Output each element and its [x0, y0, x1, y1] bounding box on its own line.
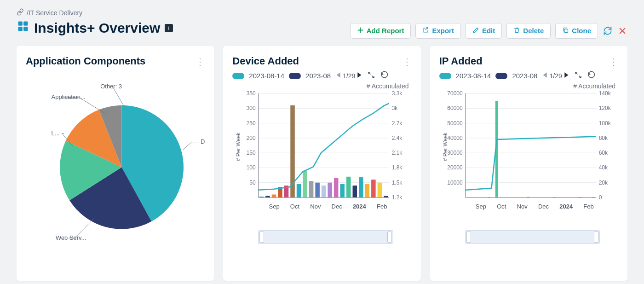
svg-text:1.2k: 1.2k [392, 194, 403, 201]
svg-text:140k: 140k [598, 90, 611, 97]
svg-text:20000: 20000 [447, 164, 463, 171]
svg-text:3k: 3k [392, 105, 398, 111]
svg-rect-48 [353, 185, 357, 197]
accumulated-label: # Accumulated [439, 82, 615, 90]
svg-text:70000: 70000 [447, 90, 463, 97]
svg-rect-42 [316, 183, 320, 197]
close-icon[interactable] [617, 26, 627, 36]
svg-text:40k: 40k [598, 164, 608, 171]
svg-text:0: 0 [598, 194, 602, 201]
legend-label: 2023-08-14 [456, 72, 491, 80]
page-title: Insights+ Overview i [17, 20, 173, 36]
card-menu-icon[interactable]: ⋮ [196, 56, 205, 67]
svg-text:3.3k: 3.3k [392, 90, 403, 97]
range-scrollbar[interactable] [465, 230, 600, 244]
card-menu-icon[interactable]: ⋮ [609, 56, 618, 67]
svg-text:40000: 40000 [447, 135, 463, 141]
expand-icon[interactable] [367, 71, 375, 81]
svg-text:50: 50 [250, 180, 256, 186]
pager-text: 1/29 [343, 72, 355, 80]
svg-text:# Per Week: # Per Week [442, 132, 448, 161]
svg-text:1.8k: 1.8k [392, 164, 403, 171]
next-icon[interactable] [357, 72, 362, 80]
svg-text:# Per Week: # Per Week [235, 132, 242, 161]
svg-rect-0 [18, 22, 23, 26]
legend-swatch [439, 73, 451, 79]
svg-text:10000: 10000 [447, 180, 463, 186]
svg-rect-49 [359, 177, 363, 197]
ip-chart: 10000200003000040000500006000070000020k4… [439, 92, 618, 202]
svg-text:250: 250 [247, 120, 256, 127]
svg-rect-46 [340, 184, 345, 197]
svg-rect-47 [346, 177, 351, 197]
edit-button[interactable]: Edit [466, 23, 502, 39]
next-icon[interactable] [564, 72, 569, 80]
action-bar: Add Report Export Edit Delete Clone [350, 23, 627, 39]
legend-swatch [289, 73, 301, 79]
export-button[interactable]: Export [415, 23, 461, 39]
svg-text:2.7k: 2.7k [392, 120, 403, 127]
legend-row: 2023-08-14 2023-08 1/29 [439, 71, 618, 81]
svg-text:D: D [201, 138, 205, 145]
svg-text:150: 150 [247, 150, 256, 156]
svg-text:30000: 30000 [447, 150, 463, 156]
svg-rect-2 [18, 27, 23, 31]
breadcrumb[interactable]: /IT Service Delivery [17, 8, 627, 17]
svg-rect-40 [303, 171, 308, 197]
x-axis-labels: SepOctNovDec2024Feb [465, 203, 604, 210]
svg-rect-51 [371, 180, 376, 197]
svg-rect-41 [309, 181, 314, 197]
refresh-icon[interactable] [603, 26, 613, 36]
card-ip-added: IP Added ⋮ 2023-08-14 2023-08 1/29 # Acc… [430, 46, 627, 281]
svg-text:100: 100 [247, 164, 256, 171]
legend-label: 2023-08 [305, 72, 331, 80]
svg-rect-39 [297, 184, 301, 197]
card-application-components: Application Components ⋮ Other: 3Applica… [17, 46, 214, 281]
svg-rect-44 [328, 183, 333, 197]
svg-rect-3 [23, 27, 28, 31]
link-icon [17, 8, 24, 17]
reset-icon[interactable] [380, 71, 388, 81]
card-device-added: Device Added ⋮ 2023-08-14 2023-08 1/29 #… [223, 46, 420, 281]
clone-button[interactable]: Clone [555, 23, 598, 39]
svg-text:2.4k: 2.4k [392, 135, 403, 141]
card-title: Device Added [232, 55, 411, 67]
reset-icon[interactable] [587, 71, 595, 81]
svg-text:350: 350 [247, 90, 256, 97]
info-icon[interactable]: i [165, 24, 173, 32]
svg-text:Other: 3: Other: 3 [100, 83, 122, 90]
svg-rect-45 [334, 178, 339, 197]
range-scrollbar[interactable] [258, 230, 393, 244]
clone-icon [562, 27, 569, 35]
breadcrumb-text: /IT Service Delivery [27, 9, 82, 17]
edit-icon [472, 27, 479, 35]
svg-text:L...: L... [52, 130, 60, 137]
x-axis-labels: SepOctNovDec2024Feb [258, 203, 397, 210]
svg-rect-50 [365, 184, 370, 197]
delete-button[interactable]: Delete [506, 23, 551, 39]
legend-label: 2023-08 [512, 72, 537, 80]
svg-rect-35 [272, 195, 276, 197]
legend-swatch [495, 73, 507, 79]
svg-rect-52 [378, 183, 382, 197]
export-icon [422, 27, 429, 35]
svg-text:1.5k: 1.5k [392, 180, 403, 186]
prev-icon[interactable] [542, 72, 547, 80]
svg-text:300: 300 [247, 105, 256, 111]
expand-icon[interactable] [574, 71, 582, 81]
plus-icon [357, 27, 364, 35]
svg-text:2.1k: 2.1k [392, 150, 403, 156]
dashboard-icon [17, 20, 29, 36]
legend-row: 2023-08-14 2023-08 1/29 [232, 71, 411, 81]
add-report-button[interactable]: Add Report [350, 23, 411, 39]
device-chart: 501001502002503003501.2k1.5k1.8k2.1k2.4k… [232, 92, 411, 202]
prev-icon[interactable] [335, 72, 341, 80]
pager-text: 1/29 [549, 72, 562, 80]
svg-text:120k: 120k [598, 105, 611, 111]
trash-icon [513, 27, 520, 35]
accumulated-label: # Accumulated [232, 82, 408, 90]
svg-text:Web Serv...: Web Serv... [56, 234, 86, 241]
card-menu-icon[interactable]: ⋮ [402, 56, 412, 67]
card-title: IP Added [439, 55, 618, 67]
svg-rect-43 [322, 185, 326, 197]
